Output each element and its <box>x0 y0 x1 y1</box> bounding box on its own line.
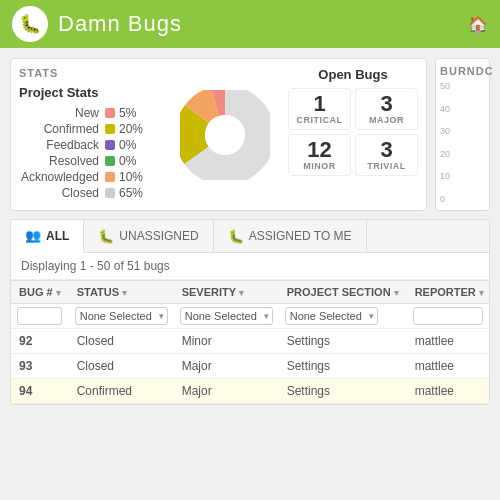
tab-all-icon: 👥 <box>25 228 41 243</box>
burndown-y-50: 50 <box>440 81 485 91</box>
bug-type-major: MAJOR <box>369 115 404 125</box>
tab-unassigned-label: UNASSIGNED <box>119 229 198 243</box>
col-reporter-arrow: ▾ <box>479 288 484 298</box>
stat-dot-confirmed <box>105 124 115 134</box>
stat-row-confirmed: Confirmed 20% <box>19 122 162 136</box>
filter-status-select[interactable]: None Selected Closed Confirmed New <box>75 307 168 325</box>
bug-severity-93: Major <box>174 354 279 379</box>
table-header-row: BUG # ▾ STATUS ▾ SEVERITY ▾ PROJECT SECT… <box>11 281 490 304</box>
bugs-panel: 👥 ALL 🐛 UNASSIGNED 🐛 ASSIGNED TO ME Disp… <box>10 219 490 405</box>
bug-status-94: Confirmed <box>69 379 174 404</box>
burndown-y-0: 0 <box>440 194 485 204</box>
bug-count-major: 3 <box>380 93 392 115</box>
bug-cell-major: 3 MAJOR <box>355 88 418 130</box>
col-bug-num-arrow: ▾ <box>56 288 61 298</box>
svg-point-4 <box>205 115 245 155</box>
col-severity: SEVERITY ▾ <box>174 281 279 304</box>
app-logo: 🐛 <box>12 6 48 42</box>
stat-val-feedback: 0% <box>119 138 136 152</box>
tab-unassigned[interactable]: 🐛 UNASSIGNED <box>84 220 213 252</box>
filter-reporter-cell <box>407 304 490 329</box>
bugs-grid: 1 CRITICAL 3 MAJOR 12 MINOR 3 TRIVIAL <box>288 88 418 176</box>
main-content: STATS Project Stats New 5% Confirmed 20%… <box>0 48 500 500</box>
filter-severity-wrapper: None Selected Minor Major Critical Trivi… <box>180 307 273 325</box>
bug-cell-minor: 12 MINOR <box>288 134 351 176</box>
filter-status-wrapper: None Selected Closed Confirmed New <box>75 307 168 325</box>
app-title: Damn Bugs <box>58 11 182 37</box>
bug-section-93: Settings <box>279 354 407 379</box>
col-status: STATUS ▾ <box>69 281 174 304</box>
burndown-card: BURNDC 50 40 30 20 10 0 <box>435 58 490 211</box>
burndown-y-20: 20 <box>440 149 485 159</box>
table-row[interactable]: 92 Closed Minor Settings mattlee mattlee <box>11 329 490 354</box>
table-row[interactable]: 94 Confirmed Major Settings mattlee matt… <box>11 379 490 404</box>
displaying-text: Displaying 1 - 50 of 51 bugs <box>11 253 489 280</box>
home-button[interactable]: 🏠 <box>468 15 488 34</box>
col-status-arrow: ▾ <box>122 288 127 298</box>
app-header: 🐛 Damn Bugs 🏠 <box>0 0 500 48</box>
bug-reporter-94: mattlee <box>407 379 490 404</box>
stat-row-resolved: Resolved 0% <box>19 154 162 168</box>
stat-val-resolved: 0% <box>119 154 136 168</box>
stat-row-acknowledged: Acknowledged 10% <box>19 170 162 184</box>
bug-id-94[interactable]: 94 <box>11 379 69 404</box>
filter-bug-num-input[interactable] <box>17 307 62 325</box>
stat-dot-feedback <box>105 140 115 150</box>
bug-status-92: Closed <box>69 329 174 354</box>
stats-card: STATS Project Stats New 5% Confirmed 20%… <box>10 58 427 211</box>
stats-left: STATS Project Stats New 5% Confirmed 20%… <box>19 67 162 202</box>
bug-severity-92: Minor <box>174 329 279 354</box>
bug-section-94: Settings <box>279 379 407 404</box>
stat-name-resolved: Resolved <box>19 154 99 168</box>
bug-type-minor: MINOR <box>303 161 336 171</box>
stat-name-acknowledged: Acknowledged <box>19 170 99 184</box>
bug-cell-trivial: 3 TRIVIAL <box>355 134 418 176</box>
table-row[interactable]: 93 Closed Major Settings mattlee mattlee <box>11 354 490 379</box>
burndown-y-10: 10 <box>440 171 485 181</box>
stat-dot-closed <box>105 188 115 198</box>
pie-chart <box>170 67 280 202</box>
stat-dot-resolved <box>105 156 115 166</box>
col-reporter: REPORTER ▾ <box>407 281 490 304</box>
filter-reporter-input[interactable] <box>413 307 483 325</box>
filter-status-cell: None Selected Closed Confirmed New <box>69 304 174 329</box>
filter-bug-num-cell <box>11 304 69 329</box>
bug-count-critical: 1 <box>313 93 325 115</box>
stat-val-new: 5% <box>119 106 136 120</box>
stat-name-confirmed: Confirmed <box>19 122 99 136</box>
tab-unassigned-icon: 🐛 <box>98 229 114 244</box>
bugs-table: BUG # ▾ STATUS ▾ SEVERITY ▾ PROJECT SECT… <box>11 280 490 404</box>
col-project-section-arrow: ▾ <box>394 288 399 298</box>
burndown-y-40: 40 <box>440 104 485 114</box>
stat-dot-new <box>105 108 115 118</box>
tab-all-label: ALL <box>46 229 69 243</box>
open-bugs-section: Open Bugs 1 CRITICAL 3 MAJOR 12 MINOR <box>288 67 418 202</box>
bug-count-minor: 12 <box>307 139 331 161</box>
stat-val-closed: 65% <box>119 186 143 200</box>
tab-assigned-label: ASSIGNED TO ME <box>249 229 352 243</box>
bug-id-93[interactable]: 93 <box>11 354 69 379</box>
bug-count-trivial: 3 <box>380 139 392 161</box>
bug-severity-94: Major <box>174 379 279 404</box>
col-bug-num: BUG # ▾ <box>11 281 69 304</box>
tab-all[interactable]: 👥 ALL <box>11 220 84 253</box>
stat-row-closed: Closed 65% <box>19 186 162 200</box>
col-project-section: PROJECT SECTION ▾ <box>279 281 407 304</box>
bug-id-92[interactable]: 92 <box>11 329 69 354</box>
burndown-label: BURNDC <box>440 65 485 77</box>
bug-type-critical: CRITICAL <box>297 115 343 125</box>
filter-severity-select[interactable]: None Selected Minor Major Critical Trivi… <box>180 307 273 325</box>
tab-assigned-to-me[interactable]: 🐛 ASSIGNED TO ME <box>214 220 367 252</box>
filter-project-section-select[interactable]: None Selected Settings <box>285 307 378 325</box>
logo-icon: 🐛 <box>19 13 41 35</box>
bug-cell-critical: 1 CRITICAL <box>288 88 351 130</box>
bug-reporter-92: mattlee <box>407 329 490 354</box>
filter-project-section-wrapper: None Selected Settings <box>285 307 378 325</box>
stat-name-new: New <box>19 106 99 120</box>
stat-name-closed: Closed <box>19 186 99 200</box>
stat-dot-acknowledged <box>105 172 115 182</box>
filter-severity-cell: None Selected Minor Major Critical Trivi… <box>174 304 279 329</box>
stat-val-confirmed: 20% <box>119 122 143 136</box>
bug-reporter-93: mattlee <box>407 354 490 379</box>
bug-section-92: Settings <box>279 329 407 354</box>
